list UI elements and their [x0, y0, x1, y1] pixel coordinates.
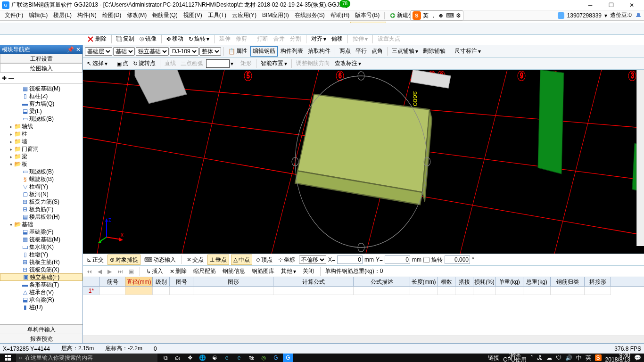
- color-picker[interactable]: [206, 59, 230, 68]
- tree-wall[interactable]: ▸📁墙: [0, 138, 83, 145]
- start-button[interactable]: [0, 354, 16, 362]
- tree-frame-column[interactable]: ▯框柱(Z): [0, 92, 83, 100]
- minimize-button[interactable]: ─: [580, 0, 601, 10]
- glodon-icon[interactable]: G: [283, 354, 293, 362]
- close-panel-icon[interactable]: ✕: [76, 46, 81, 53]
- grid-header-2[interactable]: 直径(mm): [125, 277, 153, 286]
- ime-emoji-icon[interactable]: ☻: [438, 12, 444, 19]
- tree-slab-rebar[interactable]: ⊞板受力筋(S): [0, 198, 83, 206]
- tree-beam[interactable]: ⬓梁(L): [0, 107, 83, 115]
- ime-punct-icon[interactable]: ，: [430, 12, 436, 20]
- ime-lang[interactable]: 英: [423, 12, 429, 20]
- tab-drawing-input[interactable]: 绘图输入: [0, 63, 83, 73]
- tree-strip-foundation[interactable]: ▬条形基础(T): [0, 281, 83, 288]
- move-button[interactable]: ✥ 移动: [165, 34, 185, 44]
- cpu-meter[interactable]: 36%CPU使用: [503, 354, 526, 362]
- tree-beam2[interactable]: ▸📁梁: [0, 153, 83, 160]
- ie-icon[interactable]: e: [234, 354, 244, 362]
- grid-header-14[interactable]: 钢筋归类: [551, 277, 585, 286]
- osnap-toggle[interactable]: ⊕ 对象捕捉: [107, 255, 140, 265]
- grid-header-15[interactable]: 搭接形: [585, 277, 611, 286]
- tree-slab[interactable]: ▾📂板: [0, 160, 83, 168]
- tree-floor-strip[interactable]: ▤楼层板带(H): [0, 213, 83, 221]
- vertex-snap[interactable]: ◇ 顶点: [254, 255, 274, 265]
- two-point-button[interactable]: 两点: [338, 46, 353, 57]
- set-pinch-button[interactable]: 设置夹点: [376, 34, 402, 44]
- viewport-vscroll[interactable]: [636, 70, 644, 246]
- offset-button[interactable]: 偏移: [330, 34, 345, 44]
- tray-link[interactable]: 链接: [488, 354, 499, 362]
- break-button[interactable]: 打断: [255, 34, 270, 44]
- rotate-value-input[interactable]: [445, 255, 470, 264]
- tree-door-window[interactable]: ▸📁门窗洞: [0, 145, 83, 153]
- rebar-library-button[interactable]: 钢筋图库: [250, 266, 276, 277]
- point-angle-button[interactable]: 点角: [370, 46, 385, 57]
- stretch-button[interactable]: 拉伸▾: [351, 34, 370, 44]
- nav-first-icon[interactable]: ⏮: [85, 268, 93, 275]
- sogou-icon[interactable]: S: [413, 11, 421, 20]
- app2-icon[interactable]: ☯: [209, 354, 220, 362]
- scale-match-button[interactable]: 缩尺配筋: [191, 266, 218, 277]
- menu-编辑(E)[interactable]: 编辑(E): [26, 10, 50, 20]
- grid-header-3[interactable]: 级别: [153, 277, 170, 286]
- tree-foundation[interactable]: ▾📂基础: [0, 221, 83, 228]
- delete-row-button[interactable]: ✕ 删除: [168, 266, 189, 277]
- grid-header-10[interactable]: 搭接: [455, 277, 473, 286]
- collapse-icon[interactable]: —: [8, 75, 14, 82]
- model-viewport[interactable]: 45678903 3600: [83, 70, 644, 254]
- tray-volume-icon[interactable]: 🔊: [565, 354, 572, 361]
- bell-icon[interactable]: [635, 12, 642, 19]
- menu-绘图(D)[interactable]: 绘图(D): [99, 10, 124, 20]
- rotate-checkbox[interactable]: [423, 257, 429, 263]
- delete-aux-button[interactable]: 删除辅轴: [421, 46, 447, 57]
- copy-button[interactable]: ⿻ 复制: [115, 34, 136, 44]
- tree-slab-hole[interactable]: ▢板洞(N): [0, 190, 83, 198]
- intersection-snap[interactable]: ✕ 交点: [185, 255, 206, 265]
- app4-icon[interactable]: G: [271, 354, 281, 362]
- midpoint-snap[interactable]: △ 中点: [231, 255, 252, 265]
- category-select[interactable]: 基础: [113, 47, 135, 56]
- grid-hscroll[interactable]: [83, 336, 644, 343]
- nav-stop-icon[interactable]: ▣: [127, 268, 135, 275]
- tree-raft-neg[interactable]: ⊟筏板负筋(X): [0, 266, 83, 273]
- type-select[interactable]: 独立基础: [136, 47, 169, 56]
- menu-BIM应用(I)[interactable]: BIM应用(I): [259, 10, 292, 20]
- explorer-icon[interactable]: 🗂: [173, 354, 183, 362]
- tree-independent-foundation[interactable]: ▣独立基础(F): [0, 273, 83, 281]
- edge2-icon[interactable]: e: [222, 354, 232, 362]
- ime-toolbar[interactable]: S 英 ， ☻ ⌨ ⚙: [410, 10, 463, 21]
- nav-prev-icon[interactable]: ◀: [96, 268, 103, 275]
- coord-snap[interactable]: ⊹ 坐标: [276, 255, 297, 265]
- adjust-rebar-dir-button[interactable]: 调整钢筋方向: [294, 58, 332, 69]
- tree-foundation-beam[interactable]: ⬓基础梁(F): [0, 228, 83, 236]
- delete-button[interactable]: 删除: [85, 34, 108, 44]
- smart-layout-button[interactable]: 智能布置▾: [259, 58, 289, 69]
- tray-onedrive-icon[interactable]: ☁: [546, 354, 552, 361]
- pick-component-button[interactable]: 拾取构件: [306, 46, 332, 57]
- grid-header-12[interactable]: 单重(kg): [496, 277, 523, 286]
- tree-cap-beam[interactable]: ⬓承台梁(R): [0, 296, 83, 304]
- insert-row-button[interactable]: ↳ 插入: [144, 266, 165, 277]
- menu-楼层(L)[interactable]: 楼层(L): [50, 10, 74, 20]
- rotate-button[interactable]: ↻ 旋转▾: [187, 34, 211, 44]
- app1-icon[interactable]: ❖: [185, 354, 195, 362]
- ime-keyboard-icon[interactable]: ⌨: [446, 12, 454, 19]
- taskbar-search[interactable]: ○ 在这里输入你要搜索的内容: [16, 354, 157, 362]
- tray-network-icon[interactable]: 🖧: [537, 354, 543, 361]
- grid-header-6[interactable]: 计算公式: [273, 277, 354, 286]
- mirror-button[interactable]: ⦾ 镜像: [138, 34, 158, 44]
- grid-header-1[interactable]: 筋号: [100, 277, 125, 286]
- menu-构件(N)[interactable]: 构件(N): [74, 10, 99, 20]
- y-input[interactable]: [385, 255, 410, 264]
- tree-raft2[interactable]: ▦筏板基础(M): [0, 236, 83, 243]
- pin-icon[interactable]: 📌: [67, 46, 74, 53]
- user-icon[interactable]: [558, 12, 564, 19]
- tree-pile-cap[interactable]: △桩承台(V): [0, 288, 83, 296]
- user-id[interactable]: 13907298339: [567, 12, 602, 19]
- menu-在线服务(S)[interactable]: 在线服务(S): [292, 10, 328, 20]
- menu-版本号(B)[interactable]: 版本号(B): [352, 10, 382, 20]
- tree-pier[interactable]: ▯柱墩(Y): [0, 251, 83, 258]
- menu-工具(T)[interactable]: 工具(T): [205, 10, 229, 20]
- menu-云应用(Y)[interactable]: 云应用(Y): [229, 10, 259, 20]
- dimension-button[interactable]: 尺寸标注▾: [453, 46, 483, 57]
